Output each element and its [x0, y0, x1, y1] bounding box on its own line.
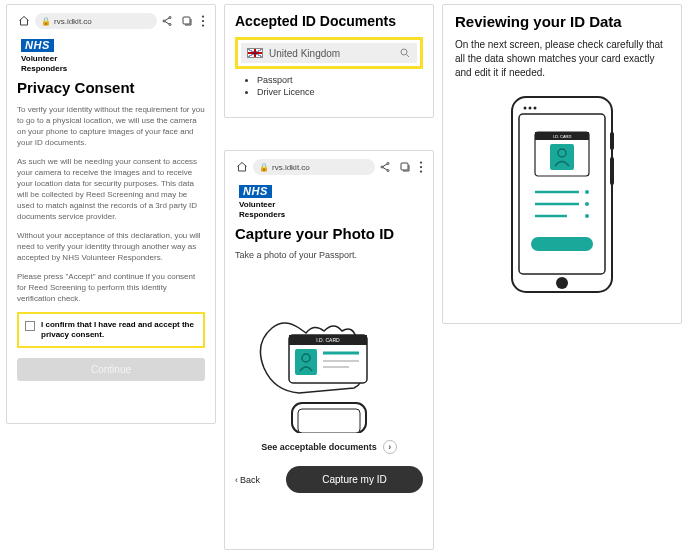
- svg-rect-3: [183, 17, 190, 24]
- browser-bar: 🔒 rvs.idkit.co: [17, 11, 205, 31]
- lock-icon: 🔒: [259, 163, 269, 172]
- search-icon[interactable]: [399, 47, 411, 59]
- svg-rect-11: [401, 163, 408, 170]
- share-icon[interactable]: [161, 15, 173, 27]
- nhs-logo: NHS Volunteer Responders: [21, 35, 205, 73]
- logo-line1: Volunteer: [239, 200, 423, 209]
- capture-my-id-button[interactable]: Capture my ID: [286, 466, 423, 493]
- country-name: United Kingdom: [269, 48, 340, 59]
- svg-point-14: [420, 170, 422, 172]
- chevron-left-icon: ‹: [235, 475, 238, 485]
- svg-point-30: [534, 107, 537, 110]
- svg-rect-42: [531, 237, 593, 251]
- url-text: rvs.idkit.co: [54, 17, 92, 26]
- svg-point-8: [387, 163, 389, 165]
- svg-point-39: [585, 190, 589, 194]
- svg-point-40: [585, 202, 589, 206]
- capture-subtitle: Take a photo of your Passport.: [235, 250, 423, 260]
- svg-point-12: [420, 161, 422, 163]
- back-link[interactable]: ‹ Back: [235, 475, 280, 485]
- logo-line2: Responders: [21, 64, 205, 73]
- tabs-icon[interactable]: [399, 161, 411, 173]
- home-icon[interactable]: [235, 161, 249, 173]
- country-selector[interactable]: United Kingdom: [241, 43, 417, 63]
- accepted-id-screen: Accepted ID Documents United Kingdom Pas…: [224, 4, 434, 118]
- svg-point-31: [556, 277, 568, 289]
- list-item: Driver Licence: [257, 87, 423, 97]
- svg-rect-25: [610, 132, 614, 150]
- privacy-consent-screen: 🔒 rvs.idkit.co NHS Volunteer Responders …: [6, 4, 216, 424]
- country-selector-highlight: United Kingdom: [235, 37, 423, 69]
- accepted-title: Accepted ID Documents: [235, 13, 423, 29]
- uk-flag-icon: [247, 48, 263, 58]
- svg-point-4: [202, 15, 204, 17]
- card-label: I.D. CARD: [316, 337, 340, 343]
- tabs-icon[interactable]: [181, 15, 193, 27]
- svg-point-7: [401, 49, 407, 55]
- consent-checkbox-row[interactable]: I confirm that I have read and accept th…: [17, 312, 205, 348]
- reviewing-id-screen: Reviewing your ID Data On the next scree…: [442, 4, 682, 324]
- svg-point-41: [585, 214, 589, 218]
- svg-point-28: [524, 107, 527, 110]
- url-bar[interactable]: 🔒 rvs.idkit.co: [253, 159, 375, 175]
- more-icon[interactable]: [419, 161, 423, 173]
- card-label: I.D. CARD: [553, 134, 572, 139]
- svg-point-29: [529, 107, 532, 110]
- review-body: On the next screen, please check careful…: [455, 38, 669, 80]
- logo-line2: Responders: [239, 210, 423, 219]
- nhs-logo: NHS Volunteer Responders: [239, 181, 423, 219]
- review-title: Reviewing your ID Data: [455, 13, 669, 30]
- more-icon[interactable]: [201, 15, 205, 27]
- svg-point-13: [420, 166, 422, 168]
- svg-point-1: [163, 20, 165, 22]
- see-docs-label: See acceptable documents: [261, 442, 377, 452]
- svg-point-2: [169, 24, 171, 26]
- capture-illustration: I.D. CARD: [235, 268, 423, 438]
- capture-photo-id-screen: 🔒 rvs.idkit.co NHS Volunteer Responders …: [224, 150, 434, 550]
- share-icon[interactable]: [379, 161, 391, 173]
- privacy-para-3: Without your acceptance of this declarat…: [17, 230, 205, 263]
- review-illustration: I.D. CARD: [455, 92, 669, 302]
- consent-checkbox-label: I confirm that I have read and accept th…: [41, 320, 197, 340]
- url-bar[interactable]: 🔒 rvs.idkit.co: [35, 13, 157, 29]
- url-text: rvs.idkit.co: [272, 163, 310, 172]
- back-label: Back: [240, 475, 260, 485]
- lock-icon: 🔒: [41, 17, 51, 26]
- consent-checkbox[interactable]: [25, 321, 35, 331]
- svg-point-5: [202, 20, 204, 22]
- svg-point-10: [387, 170, 389, 172]
- svg-rect-26: [610, 157, 614, 185]
- home-icon[interactable]: [17, 15, 31, 27]
- privacy-para-2: As such we will be needing your consent …: [17, 156, 205, 222]
- svg-point-9: [381, 166, 383, 168]
- see-acceptable-documents-link[interactable]: See acceptable documents ›: [235, 440, 423, 454]
- nhs-badge: NHS: [239, 185, 272, 198]
- capture-title: Capture your Photo ID: [235, 225, 423, 242]
- svg-rect-23: [298, 409, 360, 433]
- privacy-para-1: To verify your identity without the requ…: [17, 104, 205, 148]
- privacy-title: Privacy Consent: [17, 79, 205, 96]
- continue-button[interactable]: Continue: [17, 358, 205, 381]
- logo-line1: Volunteer: [21, 54, 205, 63]
- browser-bar: 🔒 rvs.idkit.co: [235, 157, 423, 177]
- privacy-para-4: Please press "Accept" and continue if yo…: [17, 271, 205, 304]
- accepted-doc-list: Passport Driver Licence: [235, 75, 423, 97]
- nhs-badge: NHS: [21, 39, 54, 52]
- list-item: Passport: [257, 75, 423, 85]
- chevron-right-icon: ›: [383, 440, 397, 454]
- svg-point-6: [202, 24, 204, 26]
- svg-point-0: [169, 17, 171, 19]
